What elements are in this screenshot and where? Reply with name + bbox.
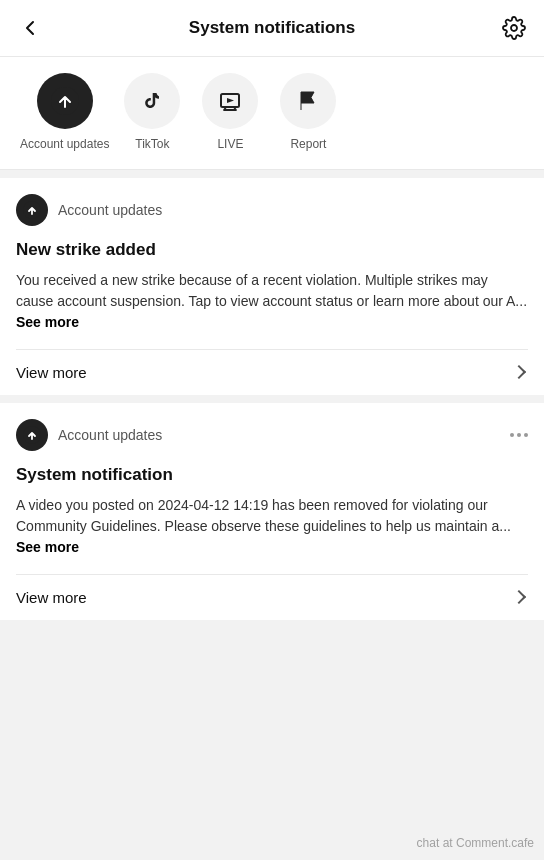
- card-1-view-more[interactable]: View more: [16, 349, 528, 395]
- card-1-see-more[interactable]: See more: [16, 314, 79, 330]
- notifications-list: Account updates New strike added You rec…: [0, 170, 544, 628]
- report-label: Report: [290, 137, 326, 153]
- category-live[interactable]: LIVE: [195, 73, 265, 153]
- menu-dot-2: [517, 433, 521, 437]
- header: System notifications: [0, 0, 544, 57]
- card-1-chevron-right-icon: [512, 365, 526, 379]
- card-2-view-more[interactable]: View more: [16, 574, 528, 620]
- live-label: LIVE: [217, 137, 243, 153]
- account-updates-icon-wrap: [37, 73, 93, 129]
- notification-card-1: Account updates New strike added You rec…: [0, 178, 544, 395]
- card-2-header-label: Account updates: [58, 427, 500, 443]
- live-icon-wrap: [202, 73, 258, 129]
- watermark: chat at Comment.cafe: [417, 836, 534, 850]
- card-1-header: Account updates: [16, 194, 528, 226]
- card-1-icon: [16, 194, 48, 226]
- notification-card-2: Account updates System notification A vi…: [0, 403, 544, 620]
- card-2-see-more[interactable]: See more: [16, 539, 79, 555]
- tiktok-label: TikTok: [135, 137, 169, 153]
- card-2-title: System notification: [16, 465, 528, 485]
- settings-button[interactable]: [500, 14, 528, 42]
- account-updates-label: Account updates: [20, 137, 109, 153]
- report-icon-wrap: [280, 73, 336, 129]
- category-account-updates[interactable]: Account updates: [20, 73, 109, 153]
- category-bar: Account updates TikTok LIVE Report: [0, 57, 544, 170]
- card-2-icon: [16, 419, 48, 451]
- category-report[interactable]: Report: [273, 73, 343, 153]
- card-2-menu-button[interactable]: [510, 433, 528, 437]
- menu-dot-3: [524, 433, 528, 437]
- card-2-header: Account updates: [16, 419, 528, 451]
- card-1-title: New strike added: [16, 240, 528, 260]
- card-2-chevron-right-icon: [512, 590, 526, 604]
- tiktok-icon-wrap: [124, 73, 180, 129]
- card-1-header-label: Account updates: [58, 202, 528, 218]
- menu-dot-1: [510, 433, 514, 437]
- page-title: System notifications: [189, 18, 355, 38]
- card-1-body: You received a new strike because of a r…: [16, 270, 528, 333]
- back-button[interactable]: [16, 14, 44, 42]
- svg-marker-2: [227, 98, 234, 103]
- card-2-body: A video you posted on 2024-04-12 14:19 h…: [16, 495, 528, 558]
- category-tiktok[interactable]: TikTok: [117, 73, 187, 153]
